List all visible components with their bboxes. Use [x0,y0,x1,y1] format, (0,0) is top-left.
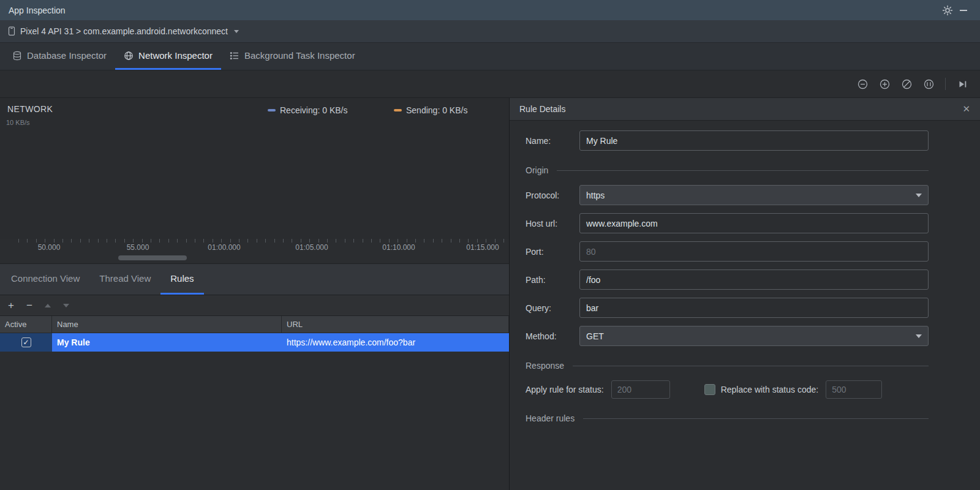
port-row: Port: [526,241,929,262]
port-input[interactable] [579,241,929,262]
response-status-row: Apply rule for status: Replace with stat… [526,380,929,399]
timeline-scrollbar-thumb[interactable] [118,255,187,260]
minimize-icon[interactable] [956,2,971,18]
reset-zoom-icon[interactable] [899,76,914,92]
rules-table-empty-area [0,352,509,490]
device-icon [7,26,16,36]
toolbar-separator [945,78,946,90]
timeline-scrollbar [0,254,509,263]
apply-status-label: Apply rule for status: [526,385,604,394]
chevron-down-icon [234,30,239,33]
path-input[interactable] [579,270,929,290]
method-dropdown[interactable]: GET [579,326,929,346]
vtab-label: Thread View [99,273,151,284]
apply-status-input[interactable] [611,380,670,399]
zoom-out-icon[interactable] [854,76,870,92]
inspector-tabs: Database Inspector Network Inspector Bac… [0,43,980,70]
tab-thread-view[interactable]: Thread View [89,264,160,295]
legend-receiving: Receiving: 0 KB/s [268,105,348,115]
database-icon [12,51,22,61]
receiving-swatch-icon [268,109,276,111]
method-label: Method: [526,331,579,341]
app-inspection-window: App Inspection Pixel 4 API 31 > com.exam… [0,0,980,490]
tick-label: 01:00.000 [208,243,240,252]
section-divider [557,170,929,171]
globe-icon [124,51,134,61]
legend-receiving-label: Receiving: 0 KB/s [280,105,348,115]
network-timeline-chart[interactable]: NETWORK 10 KB/s Receiving: 0 KB/s Sendin… [0,98,509,239]
header-rules-section-header: Header rules [526,413,929,423]
name-label: Name: [526,136,579,146]
timeline-toolbar [0,70,980,98]
origin-section-label: Origin [526,165,548,175]
column-header-active[interactable]: Active [0,316,52,333]
process-label: Pixel 4 API 31 > com.example.android.net… [20,26,228,36]
method-value: GET [586,331,604,341]
move-up-icon[interactable] [40,298,55,313]
title-bar: App Inspection [0,0,980,20]
move-down-icon[interactable] [59,298,74,313]
close-icon[interactable]: ✕ [962,104,970,115]
response-section-label: Response [526,361,564,371]
protocol-dropdown[interactable]: https [579,185,929,205]
column-header-name[interactable]: Name [52,316,282,333]
tick-label: 01:10.000 [382,243,415,252]
tick-label: 50.000 [38,243,61,252]
rules-table-header: Active Name URL [0,316,509,333]
jump-to-live-icon[interactable] [954,76,970,92]
table-row[interactable]: ✓ My Rule https://www.example.com/foo?ba… [0,333,509,352]
add-rule-icon[interactable]: + [4,298,18,313]
view-tabs: Connection View Thread View Rules [0,263,509,295]
replace-status-input[interactable] [826,380,882,399]
response-section-header: Response [526,361,929,371]
query-input[interactable] [579,298,929,318]
query-label: Query: [526,303,579,313]
tab-connection-view[interactable]: Connection View [1,264,89,295]
tick-label: 01:05.000 [295,243,328,252]
chart-title: NETWORK [7,104,53,114]
query-row: Query: [526,298,929,318]
tick-label: 55.000 [127,243,149,252]
legend-sending-label: Sending: 0 KB/s [406,105,467,115]
axis-tick-marks [18,239,509,243]
process-selector[interactable]: Pixel 4 API 31 > com.example.android.net… [0,20,980,43]
zoom-to-selection-icon[interactable] [921,76,937,92]
tick-label: 01:15.000 [466,243,499,252]
rule-name-cell[interactable]: My Rule [52,333,282,352]
tab-rules[interactable]: Rules [160,264,203,295]
tab-network-inspector[interactable]: Network Inspector [115,43,221,70]
chevron-down-icon [916,194,922,197]
column-header-url[interactable]: URL [282,316,509,333]
chevron-down-icon [916,334,922,338]
rule-details-header: Rule Details ✕ [510,98,980,121]
section-divider [583,418,929,419]
replace-status-checkbox[interactable] [704,384,715,395]
rule-details-pane: Rule Details ✕ Name: Origin Protocol: ht… [510,98,980,490]
y-axis-max-label: 10 KB/s [6,119,30,126]
header-rules-section-label: Header rules [526,413,575,423]
task-list-icon [230,51,239,61]
tab-label: Database Inspector [27,50,107,61]
main-split: NETWORK 10 KB/s Receiving: 0 KB/s Sendin… [0,98,980,490]
tab-background-task-inspector[interactable]: Background Task Inspector [221,43,364,70]
port-label: Port: [526,247,579,257]
rule-active-checkbox[interactable]: ✓ [21,337,31,347]
zoom-in-icon[interactable] [876,76,892,92]
settings-gear-icon[interactable] [940,2,956,18]
name-input[interactable] [579,130,929,151]
protocol-value: https [586,190,605,200]
rule-url-cell[interactable]: https://www.example.com/foo?bar [282,333,509,352]
tab-database-inspector[interactable]: Database Inspector [4,43,115,70]
vtab-label: Connection View [11,273,80,284]
network-inspector-pane: NETWORK 10 KB/s Receiving: 0 KB/s Sendin… [0,98,510,490]
tab-label: Network Inspector [138,50,213,61]
path-row: Path: [526,270,929,290]
tab-label: Background Task Inspector [244,50,355,61]
remove-rule-icon[interactable]: − [22,298,37,313]
protocol-row: Protocol: https [526,185,929,205]
panel-title: Rule Details [519,104,565,114]
rule-details-form: Name: Origin Protocol: https Host url: [510,121,980,490]
host-input[interactable] [579,213,929,233]
rules-toolbar: + − [0,295,509,316]
vtab-label: Rules [170,273,194,284]
